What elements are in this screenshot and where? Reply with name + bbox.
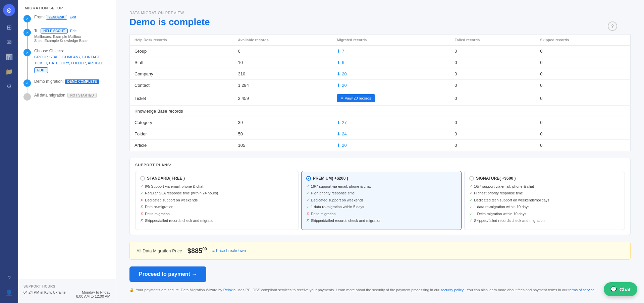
migration-table: Help Desk records Available records Migr… xyxy=(129,34,631,151)
plan-premium[interactable]: PREMIUM( +$200 ) ✓16/7 support via email… xyxy=(301,171,462,230)
plan-standard[interactable]: STANDARD( FREE ) ✓9/5 Support via email,… xyxy=(135,171,299,230)
step-to: ✓ To: HELP SCOUT Edit Mailboxes: Example… xyxy=(23,28,110,43)
nav-folder-icon[interactable]: 📁 xyxy=(3,66,15,78)
row-available: 10 xyxy=(233,57,332,68)
step-all-circle xyxy=(23,93,31,101)
row-failed: 0 xyxy=(450,91,535,106)
step-objects-label: Choose Objects: xyxy=(34,49,110,53)
row-failed: 0 xyxy=(450,68,535,80)
nav-settings-icon[interactable]: ⚙ xyxy=(3,80,15,93)
app-logo[interactable]: ◎ xyxy=(3,4,15,16)
relokia-link[interactable]: Relokia xyxy=(223,288,236,292)
main-content: DATA MIGRATION PREVIEW Demo is complete … xyxy=(116,0,644,303)
cross-icon: ✗ xyxy=(140,204,143,209)
plan-feature: ✓16/7 support via email, phone & chat xyxy=(306,184,457,189)
kb-section-header: Knowledge Base records xyxy=(130,106,631,117)
col-migrated: Migrated records xyxy=(332,35,450,46)
download-icon: ⬇ xyxy=(337,71,340,76)
support-hours-title: SUPPORT HOURS xyxy=(23,285,110,288)
step-to-circle: ✓ xyxy=(23,29,31,36)
step-demo: ✓ Demo migration: DEMO COMPLETE xyxy=(23,79,110,87)
table-row: Folder 50 ⬇24 0 0 xyxy=(130,128,631,140)
plan-premium-title: PREMIUM( +$200 ) xyxy=(306,176,457,181)
chat-bubble-icon: 💬 xyxy=(610,286,617,292)
step-objects-edit[interactable]: Edit xyxy=(34,67,48,73)
support-plans-section: SUPPORT PLANS: STANDARD( FREE ) ✓9/5 Sup… xyxy=(129,158,631,235)
security-policy-link[interactable]: security policy xyxy=(440,288,464,292)
row-migrated: ⬇27 xyxy=(332,117,450,128)
step-to-edit[interactable]: Edit xyxy=(70,29,76,33)
step-from-circle: ✓ xyxy=(23,15,31,22)
view-records-button[interactable]: ≡ View 20 records xyxy=(337,94,375,102)
row-name: Staff xyxy=(130,57,233,68)
plan-feature: ✓Dedicated support on weekends xyxy=(306,198,457,203)
nav-chart-icon[interactable]: 📊 xyxy=(3,51,15,63)
nav-user-icon[interactable]: 👤 xyxy=(3,287,15,299)
sidebar-header: Migration Setup xyxy=(18,0,116,15)
price-breakdown-link[interactable]: ≡ Price breakdown xyxy=(212,248,246,253)
plan-signature[interactable]: SIGNATURE( +$500 ) ✓16/7 support via ema… xyxy=(464,171,625,230)
table-row: Group 6 ⬇7 0 0 xyxy=(130,46,631,57)
plan-feature: ✓Highest priority response time xyxy=(469,191,620,196)
row-name: Company xyxy=(130,68,233,80)
help-icon[interactable]: ? xyxy=(608,21,617,31)
row-failed: 0 xyxy=(450,57,535,68)
plan-standard-radio[interactable] xyxy=(140,176,145,181)
row-migrated: ⬇24 xyxy=(332,128,450,140)
col-available: Available records xyxy=(233,35,332,46)
row-migrated: ⬇6 xyxy=(332,57,450,68)
support-days: Monday to Friday xyxy=(76,290,110,294)
step-from-edit[interactable]: Edit xyxy=(70,15,76,19)
nav-help-icon[interactable]: ? xyxy=(3,272,15,284)
download-icon: ⬇ xyxy=(337,143,340,148)
row-available: 39 xyxy=(233,117,332,128)
check-icon: ✓ xyxy=(469,218,472,223)
row-skipped: 0 xyxy=(535,128,630,140)
sidebar-steps: ✓ From: ZENDESK Edit ✓ To: HELP SCOUT xyxy=(18,15,116,280)
plan-feature: ✓Dedicated tech support on weekends/holi… xyxy=(469,198,620,203)
plan-feature: ✗Skipped/failed records check and migrat… xyxy=(306,218,457,223)
row-migrated: ⬇20 xyxy=(332,140,450,151)
cross-icon: ✗ xyxy=(140,211,143,217)
plan-signature-radio[interactable] xyxy=(469,176,474,181)
row-failed: 0 xyxy=(450,80,535,91)
check-icon: ✓ xyxy=(469,184,472,189)
price-section: All Data Migration Price $88500 ≡ Price … xyxy=(129,242,631,260)
table-row: Ticket 2 459 ≡ View 20 records 0 0 xyxy=(130,91,631,106)
step-all-label: All data migration: NOT STARTED xyxy=(34,93,110,98)
row-failed: 0 xyxy=(450,140,535,151)
step-all-badge: NOT STARTED xyxy=(67,93,96,98)
col-failed: Failed records xyxy=(450,35,535,46)
step-to-label: To: HELP SCOUT Edit xyxy=(34,28,110,34)
check-icon: ✓ xyxy=(469,211,472,217)
row-available: 50 xyxy=(233,128,332,140)
cross-icon: ✗ xyxy=(306,211,309,217)
chat-button[interactable]: 💬 Chat xyxy=(604,282,637,296)
proceed-to-payment-button[interactable]: Proceed to payment → xyxy=(129,266,206,282)
plan-signature-title: SIGNATURE( +$500 ) xyxy=(469,176,620,181)
step-demo-label: Demo migration: DEMO COMPLETE xyxy=(34,79,110,84)
cross-icon: ✗ xyxy=(140,218,143,223)
step-to-badge: HELP SCOUT xyxy=(41,28,67,34)
kb-section-label: Knowledge Base records xyxy=(130,106,631,117)
step-all: All data migration: NOT STARTED xyxy=(23,93,110,101)
plan-feature: ✗Delta migration xyxy=(140,211,293,217)
step-to-content: To: HELP SCOUT Edit Mailboxes: Example M… xyxy=(34,28,110,43)
row-failed: 0 xyxy=(450,46,535,57)
row-name: Category xyxy=(130,117,233,128)
step-objects-content: Choose Objects: GROUP, STAFF, COMPANY, C… xyxy=(34,49,110,73)
nav-grid-icon[interactable]: ⊞ xyxy=(3,21,15,34)
cross-icon: ✗ xyxy=(140,198,143,203)
plan-feature: ✗Skipped/failed records check and migrat… xyxy=(140,218,293,223)
row-name: Article xyxy=(130,140,233,151)
col-helpdesk: Help Desk records xyxy=(130,35,233,46)
plan-premium-radio[interactable] xyxy=(306,176,311,181)
table-row: Company 310 ⬇20 0 0 xyxy=(130,68,631,80)
step-demo-badge: DEMO COMPLETE xyxy=(65,79,99,84)
plans-label: SUPPORT PLANS: xyxy=(135,163,625,167)
row-name: Contact xyxy=(130,80,233,91)
terms-of-service-link[interactable]: terms of service xyxy=(569,288,595,292)
plan-feature: ✓16/7 support via email, phone & chat xyxy=(469,184,620,189)
nav-inbox-icon[interactable]: ✉ xyxy=(3,36,15,48)
support-location: 04:24 PM in Kyiv, Ukraine xyxy=(23,290,66,298)
